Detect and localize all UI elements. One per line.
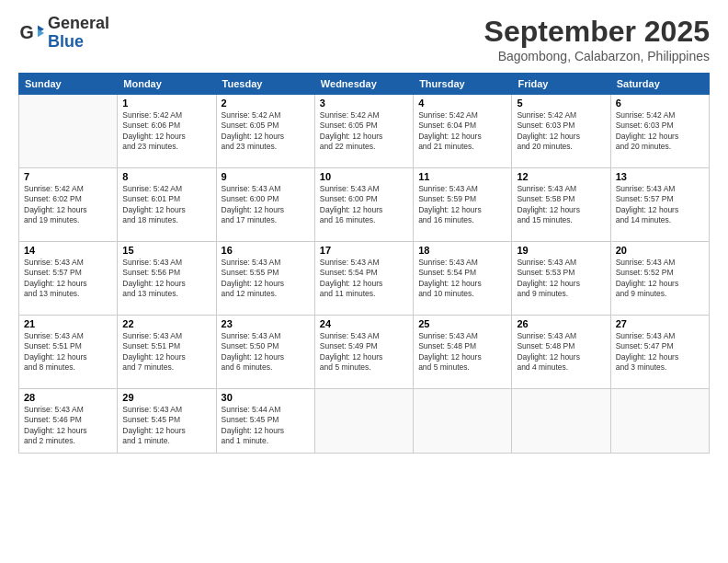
- day-info: Sunrise: 5:42 AM Sunset: 6:06 PM Dayligh…: [122, 110, 210, 153]
- day-number: 29: [122, 392, 210, 403]
- column-header-monday: Monday: [118, 74, 216, 95]
- column-header-wednesday: Wednesday: [314, 74, 413, 95]
- day-info: Sunrise: 5:43 AM Sunset: 5:54 PM Dayligh…: [320, 258, 408, 300]
- calendar-cell: 14Sunrise: 5:43 AM Sunset: 5:57 PM Dayli…: [19, 242, 118, 316]
- calendar: SundayMondayTuesdayWednesdayThursdayFrid…: [18, 73, 710, 454]
- day-number: 5: [517, 98, 605, 109]
- calendar-week-1: 1Sunrise: 5:42 AM Sunset: 6:06 PM Daylig…: [19, 95, 710, 168]
- day-info: Sunrise: 5:43 AM Sunset: 5:54 PM Dayligh…: [418, 258, 506, 300]
- day-number: 4: [418, 98, 506, 109]
- calendar-cell: 28Sunrise: 5:43 AM Sunset: 5:46 PM Dayli…: [19, 389, 118, 454]
- day-number: 14: [24, 245, 112, 256]
- calendar-cell: [512, 389, 610, 454]
- calendar-cell: [414, 389, 512, 454]
- day-number: 6: [616, 98, 704, 109]
- day-number: 25: [418, 318, 506, 329]
- day-number: 12: [517, 171, 605, 182]
- day-number: 9: [222, 171, 310, 182]
- calendar-cell: 22Sunrise: 5:43 AM Sunset: 5:51 PM Dayli…: [118, 316, 216, 389]
- day-info: Sunrise: 5:43 AM Sunset: 5:53 PM Dayligh…: [517, 258, 605, 300]
- calendar-cell: [314, 389, 413, 454]
- calendar-cell: 17Sunrise: 5:43 AM Sunset: 5:54 PM Dayli…: [314, 242, 413, 316]
- calendar-cell: 25Sunrise: 5:43 AM Sunset: 5:48 PM Dayli…: [414, 316, 512, 389]
- day-number: 19: [517, 245, 605, 256]
- day-number: 23: [222, 318, 310, 329]
- day-number: 2: [222, 98, 310, 109]
- day-info: Sunrise: 5:43 AM Sunset: 5:51 PM Dayligh…: [24, 331, 112, 373]
- day-info: Sunrise: 5:43 AM Sunset: 5:51 PM Dayligh…: [122, 331, 210, 373]
- day-number: 7: [24, 171, 112, 182]
- title-block: September 2025 Bagombong, Calabarzon, Ph…: [484, 15, 710, 63]
- day-number: 22: [122, 318, 210, 329]
- day-number: 27: [616, 318, 704, 329]
- logo-icon: G: [18, 20, 44, 46]
- logo-general: General: [48, 15, 109, 33]
- day-info: Sunrise: 5:43 AM Sunset: 5:46 PM Dayligh…: [24, 405, 112, 447]
- calendar-cell: 26Sunrise: 5:43 AM Sunset: 5:48 PM Dayli…: [512, 316, 610, 389]
- day-number: 16: [222, 245, 310, 256]
- day-info: Sunrise: 5:43 AM Sunset: 5:52 PM Dayligh…: [616, 258, 704, 300]
- day-info: Sunrise: 5:43 AM Sunset: 5:50 PM Dayligh…: [222, 331, 310, 373]
- day-number: 21: [24, 318, 112, 329]
- calendar-week-2: 7Sunrise: 5:42 AM Sunset: 6:02 PM Daylig…: [19, 168, 710, 242]
- calendar-cell: 2Sunrise: 5:42 AM Sunset: 6:05 PM Daylig…: [216, 95, 314, 168]
- day-info: Sunrise: 5:43 AM Sunset: 5:45 PM Dayligh…: [122, 405, 210, 447]
- calendar-cell: 10Sunrise: 5:43 AM Sunset: 6:00 PM Dayli…: [314, 168, 413, 242]
- calendar-week-4: 21Sunrise: 5:43 AM Sunset: 5:51 PM Dayli…: [19, 316, 710, 389]
- day-number: 17: [320, 245, 408, 256]
- calendar-cell: 1Sunrise: 5:42 AM Sunset: 6:06 PM Daylig…: [118, 95, 216, 168]
- calendar-cell: 13Sunrise: 5:43 AM Sunset: 5:57 PM Dayli…: [610, 168, 709, 242]
- day-info: Sunrise: 5:42 AM Sunset: 6:02 PM Dayligh…: [24, 184, 112, 226]
- day-info: Sunrise: 5:42 AM Sunset: 6:05 PM Dayligh…: [222, 110, 310, 153]
- day-number: 26: [517, 318, 605, 329]
- calendar-cell: 7Sunrise: 5:42 AM Sunset: 6:02 PM Daylig…: [19, 168, 118, 242]
- day-info: Sunrise: 5:43 AM Sunset: 6:00 PM Dayligh…: [320, 184, 408, 226]
- calendar-cell: 21Sunrise: 5:43 AM Sunset: 5:51 PM Dayli…: [19, 316, 118, 389]
- day-info: Sunrise: 5:42 AM Sunset: 6:04 PM Dayligh…: [418, 110, 506, 153]
- day-number: 11: [418, 171, 506, 182]
- column-header-tuesday: Tuesday: [216, 74, 314, 95]
- calendar-cell: 19Sunrise: 5:43 AM Sunset: 5:53 PM Dayli…: [512, 242, 610, 316]
- calendar-cell: 29Sunrise: 5:43 AM Sunset: 5:45 PM Dayli…: [118, 389, 216, 454]
- day-info: Sunrise: 5:43 AM Sunset: 5:49 PM Dayligh…: [320, 331, 408, 373]
- calendar-cell: 3Sunrise: 5:42 AM Sunset: 6:05 PM Daylig…: [314, 95, 413, 168]
- calendar-cell: 27Sunrise: 5:43 AM Sunset: 5:47 PM Dayli…: [610, 316, 709, 389]
- calendar-cell: 24Sunrise: 5:43 AM Sunset: 5:49 PM Dayli…: [314, 316, 413, 389]
- column-header-sunday: Sunday: [19, 74, 118, 95]
- calendar-cell: 18Sunrise: 5:43 AM Sunset: 5:54 PM Dayli…: [414, 242, 512, 316]
- calendar-week-5: 28Sunrise: 5:43 AM Sunset: 5:46 PM Dayli…: [19, 389, 710, 454]
- day-info: Sunrise: 5:43 AM Sunset: 5:57 PM Dayligh…: [616, 184, 704, 226]
- day-number: 18: [418, 245, 506, 256]
- svg-text:G: G: [19, 21, 33, 41]
- month-title: September 2025: [484, 15, 710, 49]
- logo-text: General Blue: [48, 15, 109, 52]
- day-info: Sunrise: 5:43 AM Sunset: 5:59 PM Dayligh…: [418, 184, 506, 226]
- day-info: Sunrise: 5:42 AM Sunset: 6:01 PM Dayligh…: [122, 184, 210, 226]
- day-number: 30: [222, 392, 310, 403]
- calendar-cell: 11Sunrise: 5:43 AM Sunset: 5:59 PM Dayli…: [414, 168, 512, 242]
- day-number: 3: [320, 98, 408, 109]
- location: Bagombong, Calabarzon, Philippines: [484, 49, 710, 63]
- calendar-cell: [610, 389, 709, 454]
- calendar-cell: 20Sunrise: 5:43 AM Sunset: 5:52 PM Dayli…: [610, 242, 709, 316]
- day-number: 24: [320, 318, 408, 329]
- calendar-cell: 23Sunrise: 5:43 AM Sunset: 5:50 PM Dayli…: [216, 316, 314, 389]
- calendar-cell: 4Sunrise: 5:42 AM Sunset: 6:04 PM Daylig…: [414, 95, 512, 168]
- day-info: Sunrise: 5:43 AM Sunset: 5:48 PM Dayligh…: [418, 331, 506, 373]
- day-info: Sunrise: 5:43 AM Sunset: 5:47 PM Dayligh…: [616, 331, 704, 373]
- day-info: Sunrise: 5:43 AM Sunset: 5:55 PM Dayligh…: [222, 258, 310, 300]
- day-number: 13: [616, 171, 704, 182]
- day-info: Sunrise: 5:43 AM Sunset: 5:56 PM Dayligh…: [122, 258, 210, 300]
- column-header-friday: Friday: [512, 74, 610, 95]
- calendar-week-3: 14Sunrise: 5:43 AM Sunset: 5:57 PM Dayli…: [19, 242, 710, 316]
- day-number: 1: [122, 98, 210, 109]
- day-info: Sunrise: 5:43 AM Sunset: 5:57 PM Dayligh…: [24, 258, 112, 300]
- day-number: 8: [122, 171, 210, 182]
- calendar-cell: 30Sunrise: 5:44 AM Sunset: 5:45 PM Dayli…: [216, 389, 314, 454]
- day-info: Sunrise: 5:43 AM Sunset: 6:00 PM Dayligh…: [222, 184, 310, 226]
- column-header-thursday: Thursday: [414, 74, 512, 95]
- calendar-cell: 8Sunrise: 5:42 AM Sunset: 6:01 PM Daylig…: [118, 168, 216, 242]
- day-info: Sunrise: 5:42 AM Sunset: 6:05 PM Dayligh…: [320, 110, 408, 153]
- day-info: Sunrise: 5:42 AM Sunset: 6:03 PM Dayligh…: [616, 110, 704, 153]
- logo-blue: Blue: [48, 33, 109, 52]
